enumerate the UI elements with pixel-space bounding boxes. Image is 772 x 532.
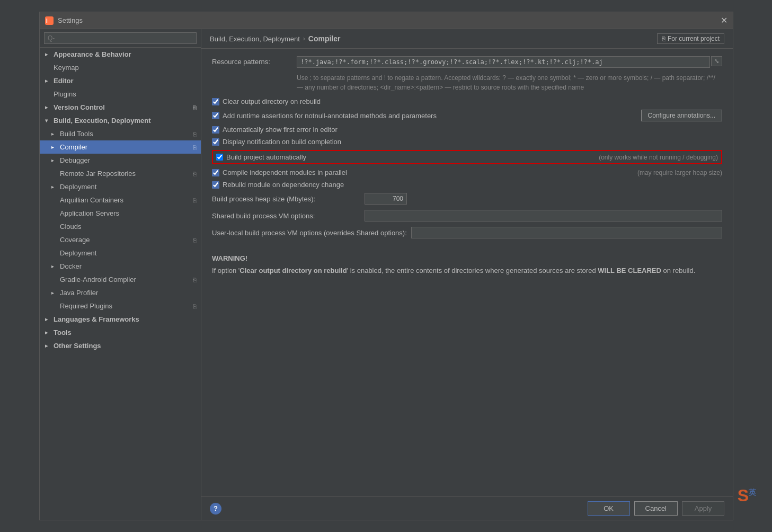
sidebar-item-label: Remote Jar Repositories: [60, 170, 136, 178]
svg-text:I: I: [46, 18, 48, 24]
resource-patterns-input[interactable]: [297, 56, 710, 68]
sidebar-item-docker[interactable]: ▸Docker: [40, 260, 201, 273]
arrow-icon: ▸: [51, 144, 58, 150]
arrow-icon: ▸: [45, 78, 51, 84]
build-automatically-row: Build project automatically (only works …: [212, 150, 722, 164]
current-project-label: For current project: [668, 35, 720, 42]
sidebar-item-gradle-android[interactable]: Gradle-Android Compiler⎘: [40, 273, 201, 286]
search-input[interactable]: [44, 32, 197, 44]
sidebar-item-compiler[interactable]: ▸Compiler⎘: [40, 140, 201, 154]
user-vm-input[interactable]: [411, 227, 722, 238]
sidebar-item-build-execution[interactable]: ▾Build, Execution, Deployment: [40, 114, 201, 127]
dialog-body: ▸Appearance & BehaviorKeymap▸EditorPlugi…: [40, 29, 733, 520]
sidebar-item-deployment2[interactable]: Deployment: [40, 246, 201, 260]
shared-vm-input[interactable]: [365, 210, 722, 221]
sidebar-item-version-control[interactable]: ▸Version Control⎘: [40, 101, 201, 114]
auto-show-error-row: Automatically show first error in editor: [212, 126, 722, 134]
sidebar-item-label: Version Control: [54, 103, 105, 111]
display-notification-checkbox[interactable]: [212, 138, 219, 146]
sidebar-item-label: Build, Execution, Deployment: [54, 117, 150, 125]
copy-icon: ⎘: [662, 35, 665, 42]
sidebar-items-container: ▸Appearance & BehaviorKeymap▸EditorPlugi…: [40, 48, 201, 352]
sidebar-item-clouds[interactable]: Clouds: [40, 220, 201, 233]
compile-independent-checkbox[interactable]: [212, 169, 219, 176]
arrow-icon: ▸: [51, 157, 58, 163]
auto-show-error-label[interactable]: Automatically show first error in editor: [223, 126, 338, 134]
title-bar: I Settings ✕: [40, 12, 733, 29]
add-runtime-label[interactable]: Add runtime assertions for notnull-annot…: [223, 112, 437, 120]
rebuild-row: Rebuild module on dependency change: [212, 181, 722, 189]
main-content: Build, Execution, Deployment › Compiler …: [201, 29, 733, 520]
sidebar-item-label: Arquillian Containers: [60, 196, 123, 204]
sidebar-item-remote-jar[interactable]: Remote Jar Repositories⎘: [40, 167, 201, 180]
sidebar-item-languages[interactable]: ▸Languages & Frameworks: [40, 313, 201, 326]
rebuild-checkbox[interactable]: [212, 181, 219, 189]
user-vm-label: User-local build process VM options (ove…: [212, 229, 407, 237]
help-icon[interactable]: ?: [210, 503, 221, 515]
sidebar-item-java-profiler[interactable]: ▸Java Profiler: [40, 286, 201, 299]
sidebar-item-label: Tools: [54, 329, 72, 336]
heap-input[interactable]: [365, 193, 407, 205]
configure-annotations-button[interactable]: Configure annotations...: [641, 110, 722, 121]
breadcrumb-parent: Build, Execution, Deployment: [210, 35, 300, 43]
footer: ? OK Cancel Apply: [201, 496, 733, 520]
arrow-icon: ▸: [45, 316, 51, 322]
sidebar-item-tools[interactable]: ▸Tools: [40, 326, 201, 339]
sidebar-item-label: Deployment: [60, 183, 96, 191]
arrow-icon: ▸: [51, 184, 58, 190]
copy-icon: ⎘: [193, 303, 197, 309]
clear-output-checkbox[interactable]: [212, 98, 219, 105]
sidebar-item-arquillian[interactable]: Arquillian Containers⎘: [40, 193, 201, 207]
sidebar-item-other-settings[interactable]: ▸Other Settings: [40, 339, 201, 352]
expand-button[interactable]: ⤡: [711, 56, 722, 66]
ok-button[interactable]: OK: [588, 501, 630, 516]
auto-show-error-checkbox[interactable]: [212, 126, 219, 134]
sidebar-item-appearance[interactable]: ▸Appearance & Behavior: [40, 48, 201, 61]
sidebar-item-label: Application Servers: [60, 209, 119, 217]
breadcrumb-current: Compiler: [308, 34, 341, 43]
resource-patterns-label: Resource patterns:: [212, 56, 297, 66]
build-automatically-label[interactable]: Build project automatically: [226, 153, 306, 161]
copy-icon: ⎘: [193, 104, 197, 111]
arrow-icon: ▾: [45, 118, 51, 123]
arrow-icon: ▸: [45, 343, 51, 349]
sidebar-item-app-servers[interactable]: Application Servers: [40, 207, 201, 220]
cancel-button[interactable]: Cancel: [634, 501, 678, 516]
display-notification-row: Display notification on build completion: [212, 138, 722, 146]
display-notification-label[interactable]: Display notification on build completion: [223, 138, 341, 146]
arrow-icon: ▸: [51, 263, 58, 269]
build-automatically-checkbox[interactable]: [216, 154, 223, 161]
sidebar-item-label: Languages & Frameworks: [54, 315, 139, 323]
sidebar-item-label: Appearance & Behavior: [54, 50, 131, 58]
apply-button[interactable]: Apply: [682, 501, 724, 516]
sidebar-item-build-tools[interactable]: ▸Build Tools⎘: [40, 127, 201, 140]
hint-text: Use ; to separate patterns and ! to nega…: [297, 73, 722, 92]
sidebar-item-label: Keymap: [54, 64, 79, 72]
clear-output-row: Clear output directory on rebuild: [212, 97, 722, 105]
heap-label: Build process heap size (Mbytes):: [212, 195, 360, 203]
sidebar-item-plugins[interactable]: Plugins: [40, 87, 201, 101]
sidebar-item-label: Java Profiler: [60, 289, 98, 297]
sidebar-item-deployment[interactable]: ▸Deployment: [40, 180, 201, 193]
close-button[interactable]: ✕: [721, 16, 727, 25]
sidebar-item-label: Editor: [54, 77, 74, 85]
copy-icon: ⎘: [193, 171, 197, 177]
sidebar-item-required-plugins[interactable]: Required Plugins⎘: [40, 299, 201, 313]
sidebar-item-label: Gradle-Android Compiler: [60, 276, 136, 283]
sidebar: ▸Appearance & BehaviorKeymap▸EditorPlugi…: [40, 29, 201, 520]
content-area: Resource patterns: ⤡ Use ; to separate p…: [201, 49, 733, 496]
rebuild-label[interactable]: Rebuild module on dependency change: [223, 181, 344, 189]
current-project-button[interactable]: ⎘ For current project: [657, 33, 724, 44]
sidebar-item-keymap[interactable]: Keymap: [40, 61, 201, 74]
warning-text: If option 'Clear output directory on reb…: [212, 265, 722, 276]
add-runtime-checkbox[interactable]: [212, 112, 219, 119]
watermark: S英: [738, 486, 756, 506]
clear-output-label[interactable]: Clear output directory on rebuild: [223, 97, 321, 105]
sidebar-item-debugger[interactable]: ▸Debugger: [40, 154, 201, 167]
compile-independent-label[interactable]: Compile independent modules in parallel: [223, 169, 347, 176]
heap-row: Build process heap size (Mbytes):: [212, 193, 722, 205]
sidebar-item-editor[interactable]: ▸Editor: [40, 74, 201, 87]
breadcrumb-separator: ›: [303, 35, 305, 42]
compile-independent-note: (may require larger heap size): [616, 169, 722, 176]
sidebar-item-coverage[interactable]: Coverage⎘: [40, 233, 201, 246]
